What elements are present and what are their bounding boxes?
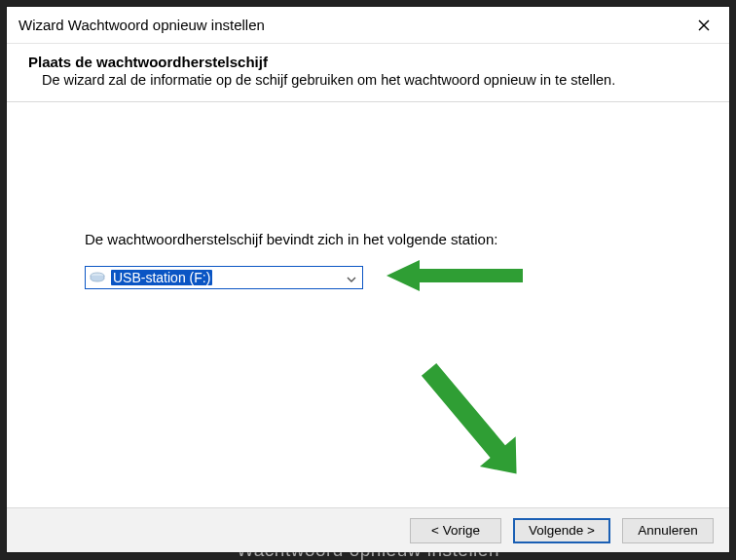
svg-marker-3 [386,260,523,291]
close-icon [698,19,710,31]
back-button[interactable]: < Vorige [410,518,501,543]
wizard-window: Wizard Wachtwoord opnieuw instellen Plaa… [7,7,729,552]
next-button[interactable]: Volgende > [513,518,610,543]
chevron-down-icon [347,270,356,285]
close-button[interactable] [684,11,723,40]
wizard-footer: < Vorige Volgende > Annuleren [7,507,729,552]
wizard-header-subtitle: De wizard zal de informatie op de schijf… [28,70,708,88]
window-title: Wizard Wachtwoord opnieuw instellen [18,17,265,33]
drive-prompt-label: De wachtwoordherstelschijf bevindt zich … [85,231,497,247]
drive-select[interactable]: USB-station (F:) [85,266,363,289]
titlebar: Wizard Wachtwoord opnieuw instellen [7,7,729,44]
wizard-header: Plaats de wachtwoordherstelschijf De wiz… [7,44,729,102]
annotation-arrow-to-dropdown [386,256,523,295]
svg-marker-4 [411,355,534,489]
drive-select-value: USB-station (F:) [111,270,212,285]
drive-icon [90,272,105,283]
annotation-arrow-to-next [367,309,562,504]
wizard-header-title: Plaats de wachtwoordherstelschijf [28,54,708,70]
wizard-body: De wachtwoordherstelschijf bevindt zich … [7,102,729,507]
cancel-button[interactable]: Annuleren [622,518,714,543]
